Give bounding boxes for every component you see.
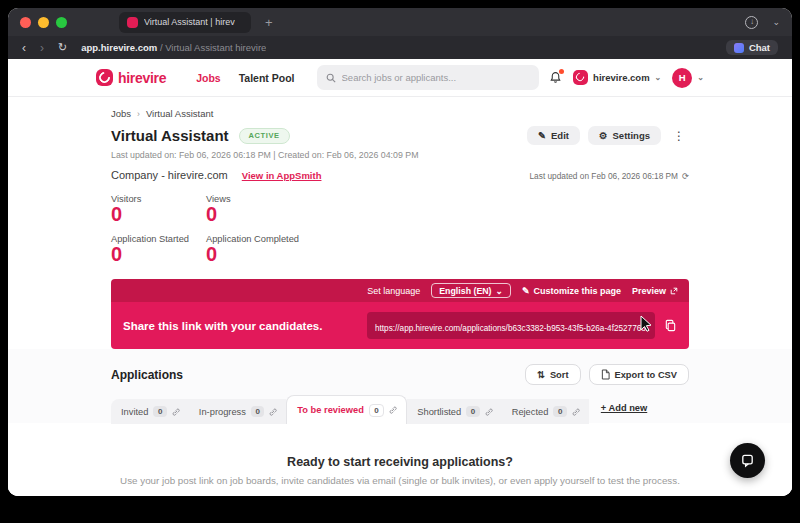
browser-url-bar: ‹ › ↻ app.hirevire.com / Virtual Assista… <box>8 36 792 59</box>
tab-shortlisted[interactable]: Shortlisted 0 <box>407 399 501 424</box>
close-window-button[interactable] <box>20 17 31 28</box>
tab-label: Invited <box>121 407 148 417</box>
tab-panel: Ready to start receiving applications? U… <box>8 423 792 496</box>
stat-label: Visitors <box>111 194 206 204</box>
stat-label: Views <box>206 194 366 204</box>
browser-tab[interactable]: Virtual Assistant | hirev <box>119 12 251 33</box>
account-switcher[interactable]: hirevire.com ⌄ <box>573 70 661 85</box>
tab-label: Rejected <box>512 407 549 417</box>
add-new-tab[interactable]: + Add new <box>601 403 647 417</box>
share-banner: Set language English (EN)⌄ ✎Customize th… <box>111 279 689 349</box>
back-button[interactable]: ‹ <box>22 42 26 54</box>
breadcrumb-current: Virtual Assistant <box>146 108 213 119</box>
favicon <box>127 17 138 28</box>
tab-rejected[interactable]: Rejected 0 <box>502 399 589 424</box>
breadcrumb-jobs[interactable]: Jobs <box>111 108 131 119</box>
stat-value: 0 <box>111 244 206 265</box>
tab-to-be-reviewed[interactable]: To be reviewed 0 <box>286 395 407 424</box>
tab-in-progress[interactable]: In-progress 0 <box>189 399 286 424</box>
stat-item: Application Started 0 <box>111 234 206 265</box>
stat-label: Application Completed <box>206 234 366 244</box>
notification-dot <box>559 69 564 74</box>
search-icon <box>326 73 336 83</box>
refresh-icon[interactable]: ⟳ <box>682 171 689 181</box>
stat-value: 0 <box>206 244 366 265</box>
chat-widget-button[interactable] <box>730 443 765 478</box>
hirevire-logo-icon <box>96 69 113 86</box>
last-updated-text: Last updated on Feb 06, 2026 06:18 PM <box>530 171 679 181</box>
account-name: hirevire.com <box>593 72 650 83</box>
tab-label: Shortlisted <box>417 407 461 417</box>
more-options-icon[interactable]: ⋮ <box>669 129 689 143</box>
company-label: Company - hirevire.com <box>111 169 228 181</box>
share-link-text: Share this link with your candidates. <box>123 320 367 332</box>
browser-tab-title: Virtual Assistant | hirev <box>144 17 235 27</box>
document-icon <box>601 369 610 380</box>
search-input[interactable] <box>342 72 530 83</box>
tab-count: 0 <box>466 406 479 417</box>
share-banner-toolbar: Set language English (EN)⌄ ✎Customize th… <box>111 279 689 302</box>
breadcrumb: Jobs › Virtual Assistant <box>111 108 689 119</box>
preview-button[interactable]: Preview <box>632 286 678 296</box>
user-menu[interactable]: H ⌄ <box>672 68 704 88</box>
edit-button[interactable]: ✎Edit <box>527 126 580 145</box>
view-in-appsmith-link[interactable]: View in AppSmith <box>242 170 322 181</box>
address-text[interactable]: app.hirevire.com / Virtual Assistant hir… <box>81 42 266 53</box>
export-label: Export to CSV <box>615 370 678 380</box>
settings-button[interactable]: ⚙Settings <box>588 126 661 145</box>
stat-label: Application Started <box>111 234 206 244</box>
tab-count: 0 <box>553 406 566 417</box>
status-badge: ACTIVE <box>239 128 290 144</box>
stat-value: 0 <box>206 204 366 225</box>
share-url-box[interactable] <box>367 312 655 339</box>
chevron-down-icon[interactable]: ⌄ <box>772 17 780 27</box>
gear-icon: ⚙ <box>599 130 608 141</box>
language-select[interactable]: English (EN)⌄ <box>431 283 511 298</box>
forward-button[interactable]: › <box>40 42 44 54</box>
browser-window: Virtual Assistant | hirev + ↓ ⌄ ‹ › ↻ ap… <box>8 8 792 496</box>
job-meta: Last updated on: Feb 06, 2026 06:18 PM |… <box>111 150 689 160</box>
browser-chat-label: Chat <box>749 42 770 53</box>
sort-label: Sort <box>550 370 569 380</box>
sort-button[interactable]: ⇅Sort <box>525 364 580 385</box>
download-icon[interactable]: ↓ <box>745 16 758 29</box>
share-url-input[interactable] <box>375 324 647 333</box>
tab-invited[interactable]: Invited 0 <box>111 399 189 424</box>
mouse-cursor <box>640 315 653 332</box>
zoom-window-button[interactable] <box>56 17 67 28</box>
account-logo-icon <box>573 70 588 85</box>
tab-count: 0 <box>153 406 166 417</box>
new-tab-button[interactable]: + <box>265 16 273 29</box>
empty-state-title: Ready to start receiving applications? <box>8 455 792 469</box>
empty-state-description: Use your job post link on job boards, in… <box>8 475 792 486</box>
external-link-icon <box>670 287 678 295</box>
copy-icon[interactable] <box>664 319 677 332</box>
preview-label: Preview <box>632 286 666 296</box>
search-bar[interactable] <box>317 65 539 90</box>
stat-item: Visitors 0 <box>111 194 206 225</box>
address-host: app.hirevire.com <box>81 42 157 53</box>
page-title: Virtual Assistant <box>111 127 229 144</box>
link-icon[interactable] <box>389 406 397 414</box>
hirevire-logo[interactable]: hirevire <box>96 69 166 86</box>
minimize-window-button[interactable] <box>38 17 49 28</box>
stat-item: Views 0 <box>206 194 366 225</box>
desktop: Virtual Assistant | hirev + ↓ ⌄ ‹ › ↻ ap… <box>0 0 800 523</box>
customize-label: Customize this page <box>533 286 621 296</box>
link-icon[interactable] <box>172 408 180 416</box>
nav-jobs[interactable]: Jobs <box>196 72 221 84</box>
customize-page-button[interactable]: ✎Customize this page <box>522 286 621 296</box>
customize-icon: ✎ <box>522 286 530 296</box>
export-csv-button[interactable]: Export to CSV <box>589 364 690 385</box>
language-value: English (EN) <box>439 286 491 296</box>
applications-tabs: Invited 0 In-progress 0 To be reviewed 0… <box>111 395 689 424</box>
notification-bell-icon[interactable] <box>549 71 562 84</box>
browser-tab-bar: Virtual Assistant | hirev + ↓ ⌄ <box>8 8 792 36</box>
nav-talent-pool[interactable]: Talent Pool <box>239 72 295 84</box>
reload-icon[interactable]: ↻ <box>58 42 67 53</box>
tab-count: 0 <box>251 406 264 417</box>
browser-chat-button[interactable]: Chat <box>726 40 778 55</box>
link-icon[interactable] <box>269 408 277 416</box>
link-icon[interactable] <box>485 408 493 416</box>
link-icon[interactable] <box>572 408 580 416</box>
